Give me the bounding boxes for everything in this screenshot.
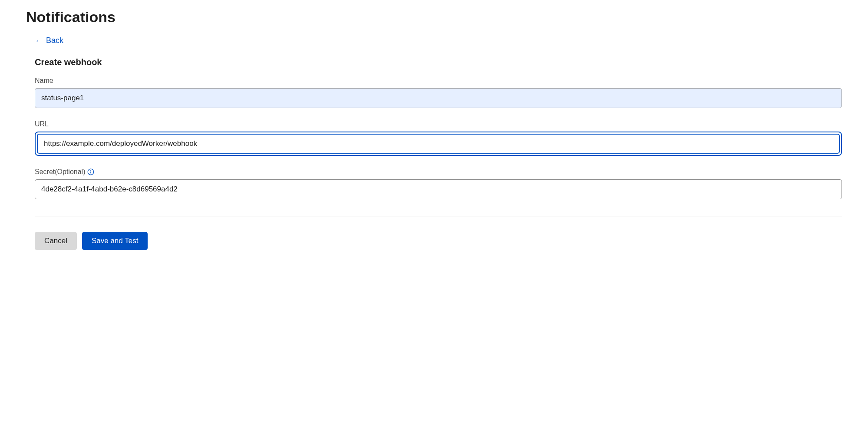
url-field-group: URL bbox=[35, 120, 842, 156]
secret-label: Secret(Optional) bbox=[35, 168, 86, 176]
name-field-group: Name bbox=[35, 77, 842, 108]
secret-input[interactable] bbox=[35, 179, 842, 199]
url-label: URL bbox=[35, 120, 842, 128]
info-icon[interactable] bbox=[87, 168, 94, 175]
section-title: Create webhook bbox=[35, 57, 842, 67]
page-title: Notifications bbox=[26, 9, 842, 26]
svg-point-2 bbox=[90, 170, 91, 171]
back-link-label: Back bbox=[46, 36, 63, 45]
arrow-left-icon: ← bbox=[35, 37, 43, 45]
back-link[interactable]: ← Back bbox=[35, 36, 63, 45]
name-label: Name bbox=[35, 77, 842, 85]
divider bbox=[35, 217, 842, 217]
secret-field-group: Secret(Optional) bbox=[35, 168, 842, 199]
cancel-button[interactable]: Cancel bbox=[35, 232, 77, 250]
url-input[interactable] bbox=[37, 134, 840, 154]
secret-label-wrap: Secret(Optional) bbox=[35, 168, 94, 176]
url-input-focus-ring bbox=[35, 132, 842, 156]
button-row: Cancel Save and Test bbox=[35, 232, 842, 250]
name-input[interactable] bbox=[35, 88, 842, 108]
page-bottom-divider bbox=[0, 285, 868, 285]
save-button[interactable]: Save and Test bbox=[82, 232, 148, 250]
